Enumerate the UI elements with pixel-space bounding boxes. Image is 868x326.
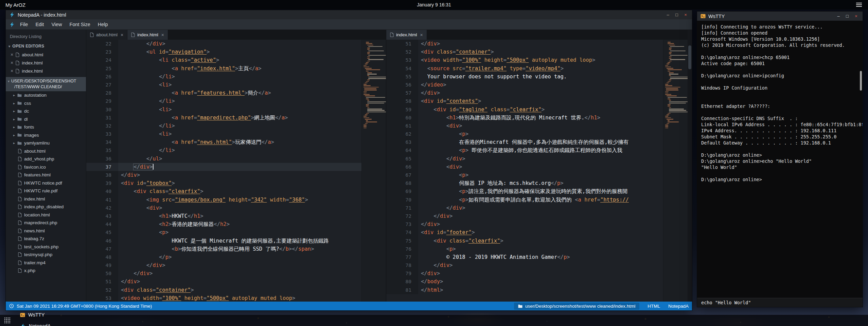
tree-file[interactable]: x.php [6,267,86,275]
code-line[interactable]: 40 <div class="clearfix"> [86,187,361,195]
app-launcher-icon[interactable] [2,316,12,325]
terminal-scrollbar[interactable] [860,21,862,298]
code-line[interactable]: 57</div> [386,89,663,97]
tree-file[interactable]: about.html [6,147,86,155]
code-line[interactable]: 62 <p> [386,130,663,138]
wstty-titlebar[interactable]: WsTTY – □ × [697,12,863,21]
open-editor-item[interactable]: ×index.html [6,67,86,75]
code-line[interactable]: 43 <h1>HKWTC</h1> [86,212,361,220]
tree-file[interactable]: test_sockets.php [6,243,86,251]
code-line[interactable]: 70 <p>如有問題或需要申請白名單,歡迎加入我們的 <a href="http… [386,196,663,204]
code-line[interactable]: 52<div class="container"> [386,48,663,56]
tree-file[interactable]: trailer.mp4 [6,259,86,267]
code-line[interactable]: 53<video width="100%" height="500px" aut… [386,56,663,64]
code-line[interactable]: 61 <div> [386,122,663,130]
close-button[interactable]: × [681,12,690,18]
open-editor-item[interactable]: ×index.html [6,59,86,67]
code-area[interactable]: 51</div>52<div class="container">53<vide… [386,40,663,302]
code-line[interactable]: 58<div id="contents"> [386,97,663,105]
editor-tab-index-html[interactable]: index.html× [386,30,427,40]
code-line[interactable]: 67 <p> [386,171,663,179]
code-line[interactable]: 47 <b>你知道我們全線伺服器已轉用 SSD 了嗎?</b></span> [86,245,361,253]
tree-folder[interactable]: ▸dc [6,107,86,115]
code-line[interactable]: 75 <div class="clearfix"> [386,237,663,245]
code-line[interactable]: 22 </div> [86,40,361,48]
code-line[interactable]: 56</video> [386,81,663,89]
code-line[interactable]: 55 Your browser does not support the vid… [386,73,663,81]
editor-tab-index-html[interactable]: index.html× [127,30,168,40]
tree-file[interactable]: mapredirect.php [6,219,86,227]
editor-tab-about-html[interactable]: about.html× [86,30,127,40]
code-line[interactable]: 29 </li> [86,97,361,105]
maximize-button[interactable]: □ [843,13,852,20]
code-line[interactable]: 60 <h1>特別為建築及鐵路而設,現代化的 Minecraft 世界.</h1… [386,114,663,122]
taskbar-item-wstty[interactable]: WsTTY [15,309,56,321]
close-tab-icon[interactable]: × [420,32,423,38]
code-line[interactable]: 37 </div> [86,163,361,171]
code-area[interactable]: 22 </div>23 <ul id="navigation">24 <li c… [86,40,361,302]
tree-file[interactable]: index.html [6,195,86,203]
status-filepath[interactable]: user/Desktop/screenshot/test/www cleaned… [514,303,639,310]
code-line[interactable]: 66 <div> [386,163,663,171]
tree-folder[interactable]: ▸dl [6,115,86,123]
menu-edit[interactable]: Edit [32,20,48,29]
code-line[interactable]: 31 <a href="mapredirect.php">網上地圖</a> [86,114,361,122]
code-line[interactable]: 23 <ul id="navigation"> [86,48,361,56]
tree-file[interactable]: favicon.ico [6,163,86,171]
tree-folder[interactable]: ▸fonts [6,123,86,131]
tree-file[interactable]: testmysql.php [6,251,86,259]
close-tab-icon[interactable]: × [161,32,164,38]
code-line[interactable]: 41 <img src="images/box.png" height="342… [86,196,361,204]
scrollbar-thumb[interactable] [860,71,862,91]
tree-file[interactable]: index.php_disabled [6,203,86,211]
close-button[interactable]: × [852,13,861,20]
minimize-button[interactable]: – [834,13,843,20]
code-line[interactable]: 72 </div> [386,212,663,220]
menu-view[interactable]: View [48,20,66,29]
menu-file[interactable]: File [16,20,32,29]
tree-folder[interactable]: ▸autostation [6,91,86,99]
tree-folder[interactable]: ▸images [6,131,86,139]
code-line[interactable]: 81</html> [386,286,663,294]
minimize-button[interactable]: – [663,12,672,18]
minimap[interactable] [663,40,688,302]
code-line[interactable]: 59 <div id="tagline" class="clearfix"> [386,106,663,114]
close-tab-icon[interactable]: × [121,32,123,38]
scrollbar-thumb[interactable] [688,45,691,69]
close-file-icon[interactable]: × [11,60,13,65]
tree-file[interactable]: news.html [6,227,86,235]
code-line[interactable]: 74<div id="footer"> [386,228,663,236]
menu-font-size[interactable]: Font Size [66,20,94,29]
code-line[interactable]: 80</body> [386,277,663,286]
code-line[interactable]: 51</div> [386,40,663,48]
code-line[interactable]: 53<video width="100%" height="500px" aut… [86,294,361,302]
code-line[interactable]: 51</div> [86,277,361,286]
close-file-icon[interactable]: × [11,69,13,73]
code-line[interactable]: 25 <a href="index.html">主頁</a> [86,64,361,73]
taskbar-item-notepada[interactable]: NotepadA [15,321,56,326]
code-line[interactable]: 34 <a href="news.html">玩家傳送門</a> [86,138,361,146]
editor-scrollbar[interactable] [688,30,692,302]
code-line[interactable]: 36 </ul> [86,155,361,163]
code-line[interactable]: 48 </p> [86,253,361,261]
tree-file[interactable]: HKWTC rule.pdf [6,187,86,195]
code-line[interactable]: 77 © 2018 - 2019 HKWTC Animation Gamer</… [386,253,663,261]
close-file-icon[interactable]: × [11,52,13,57]
status-language[interactable]: HTML [648,304,660,309]
menu-help[interactable]: Help [94,20,112,29]
code-line[interactable]: 69 <p>請注意,我們的伺服器為確保玩家及遊玩時的質素,我們對外的服務開 [386,187,663,195]
tree-file[interactable]: features.html [6,171,86,179]
code-line[interactable]: 33 <li> [86,130,361,138]
code-line[interactable]: 27 <li> [86,81,361,89]
code-line[interactable]: 76 <p> [386,245,663,253]
code-line[interactable]: 39<div id="topbox"> [86,179,361,187]
code-line[interactable]: 28 <a href="features.html">簡介</a> [86,89,361,97]
maximize-button[interactable]: □ [672,12,681,18]
code-line[interactable]: 78 </div> [386,261,663,269]
code-line[interactable]: 63 在香港的Minecraft 伺服器中,多為小遊戲和純生存的伺服器,較少擁有 [386,138,663,146]
open-editor-item[interactable]: ×about.html [6,51,86,59]
notepada-titlebar[interactable]: NotepadA - index.html – □ × [6,10,692,19]
code-line[interactable]: 50 </div> [86,269,361,277]
code-line[interactable]: 32 </li> [86,122,361,130]
hamburger-menu-icon[interactable] [855,1,863,8]
